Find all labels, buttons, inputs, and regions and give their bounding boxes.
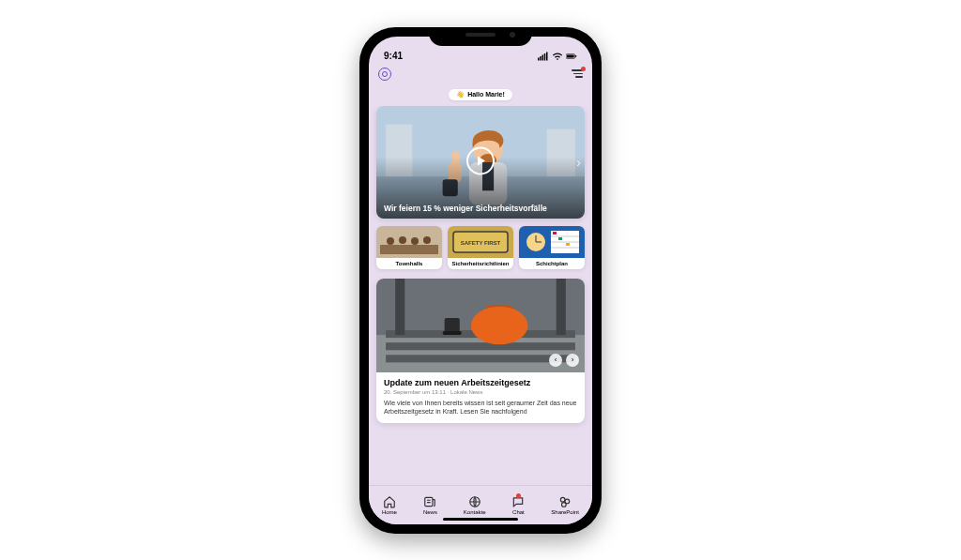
- tile-label: Townhalls: [376, 258, 442, 269]
- tab-sharepoint[interactable]: SharePoint: [551, 495, 579, 515]
- wifi-icon: [552, 52, 563, 61]
- news-card[interactable]: ‹ › Update zum neuen Arbeitszeitgesetz 2…: [376, 279, 585, 424]
- tile-image: [376, 226, 442, 258]
- play-icon[interactable]: [466, 146, 495, 174]
- tile-label: Sicherheitsrichtlinien: [448, 258, 513, 269]
- svg-rect-4: [546, 52, 548, 60]
- device-notch: [429, 27, 532, 46]
- svg-rect-2: [542, 54, 544, 60]
- svg-point-57: [562, 502, 567, 507]
- home-icon: [383, 495, 396, 508]
- tab-chat[interactable]: Chat: [511, 495, 525, 515]
- contacts-icon: [468, 495, 481, 508]
- tab-label: Chat: [512, 509, 525, 515]
- svg-rect-48: [471, 323, 528, 330]
- wave-icon: 👋: [456, 91, 465, 98]
- hero-next-arrow[interactable]: ›: [576, 155, 581, 170]
- svg-rect-1: [540, 56, 542, 61]
- notification-badge: [581, 67, 586, 71]
- app-logo[interactable]: [378, 68, 391, 81]
- cellular-icon: [538, 52, 549, 61]
- sharepoint-icon: [558, 495, 572, 508]
- home-indicator[interactable]: [443, 518, 518, 521]
- svg-rect-39: [566, 243, 570, 246]
- status-time: 9:41: [384, 51, 403, 61]
- greeting-pill: 👋 Hallo Marie!: [449, 89, 512, 100]
- phone-frame: 9:41 👋 Hallo Marie!: [359, 27, 602, 534]
- svg-rect-38: [558, 237, 562, 240]
- svg-rect-49: [445, 317, 460, 332]
- svg-point-23: [399, 236, 406, 244]
- news-title: Update zum neuen Arbeitszeitgesetz: [384, 378, 577, 387]
- svg-rect-6: [567, 54, 574, 57]
- tile-label: Schichtplan: [519, 258, 585, 269]
- svg-rect-3: [544, 53, 546, 61]
- svg-rect-43: [386, 342, 575, 350]
- tile-schedule[interactable]: Schichtplan: [519, 226, 585, 269]
- svg-rect-45: [395, 279, 404, 335]
- tile-townhalls[interactable]: Townhalls: [376, 226, 442, 269]
- tile-safety[interactable]: SAFETY FIRST Sicherheitsrichtlinien: [448, 226, 513, 269]
- svg-point-25: [423, 236, 431, 244]
- news-icon: [423, 495, 436, 508]
- app-header: [369, 63, 592, 85]
- hero-title: Wir feiern 15 % weniger Sicherheitsvorfä…: [384, 204, 577, 213]
- tab-label: News: [423, 509, 437, 515]
- quick-tiles: Townhalls SAFETY FIRST Sicherheitsrichtl…: [376, 226, 585, 269]
- svg-rect-21: [380, 245, 438, 254]
- card-prev-icon[interactable]: ‹: [549, 354, 562, 367]
- svg-rect-44: [386, 355, 575, 362]
- tile-image: [519, 226, 585, 258]
- tab-label: SharePoint: [551, 509, 579, 515]
- screen: 9:41 👋 Hallo Marie!: [369, 37, 592, 524]
- svg-rect-50: [443, 331, 462, 335]
- svg-rect-7: [575, 54, 576, 56]
- news-meta: 20. September um 13:11 · Lokale News: [384, 389, 577, 395]
- tab-news[interactable]: News: [423, 495, 437, 515]
- tab-home[interactable]: Home: [382, 495, 397, 515]
- chat-badge: [516, 493, 521, 498]
- tab-label: Home: [382, 509, 397, 515]
- menu-button[interactable]: [572, 69, 583, 78]
- news-excerpt: Wie viele von Ihnen bereits wissen ist s…: [384, 399, 577, 416]
- svg-rect-46: [557, 279, 566, 335]
- tile-image: SAFETY FIRST: [448, 226, 513, 258]
- svg-text:SAFETY FIRST: SAFETY FIRST: [461, 240, 501, 246]
- svg-point-24: [411, 237, 419, 245]
- svg-rect-37: [553, 232, 557, 235]
- hero-video-card[interactable]: › Wir feiern 15 % weniger Sicherheitsvor…: [376, 106, 585, 219]
- tab-contacts[interactable]: Kontakte: [464, 495, 486, 515]
- card-next-icon[interactable]: ›: [566, 354, 579, 367]
- greeting-text: Hallo Marie!: [467, 91, 505, 98]
- battery-icon: [566, 52, 577, 61]
- content-scroll[interactable]: › Wir feiern 15 % weniger Sicherheitsvor…: [369, 106, 592, 485]
- svg-point-22: [387, 237, 394, 245]
- news-image: ‹ ›: [376, 279, 585, 372]
- svg-rect-0: [538, 57, 540, 60]
- tab-label: Kontakte: [464, 509, 486, 515]
- svg-point-55: [560, 497, 565, 502]
